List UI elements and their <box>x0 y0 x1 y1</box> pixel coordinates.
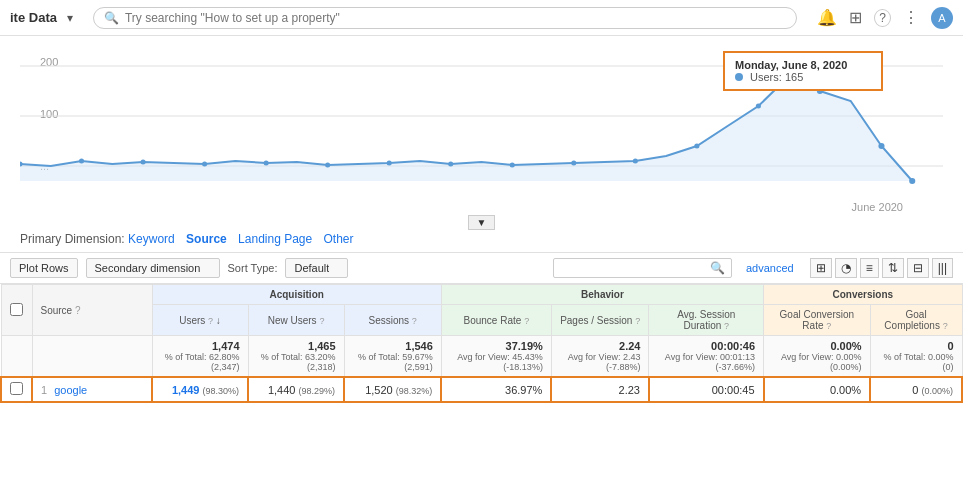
row-avg-session: 00:00:45 <box>649 377 764 402</box>
svg-point-14 <box>387 161 392 166</box>
svg-point-13 <box>325 163 330 168</box>
table-row: 1 google 1,449 (98.30%) 1,440 (98.29%) 1… <box>1 377 962 402</box>
page-title: ite Data <box>10 10 57 25</box>
users-col-header[interactable]: Users ? ↓ <box>152 305 248 336</box>
dim-keyword[interactable]: Keyword <box>128 232 175 246</box>
row-source-link[interactable]: google <box>54 384 87 396</box>
svg-marker-3 <box>20 76 943 181</box>
svg-point-11 <box>202 162 207 167</box>
more-icon[interactable]: ⋮ <box>903 8 919 27</box>
tooltip-number: 165 <box>785 71 803 83</box>
search-bar[interactable]: 🔍 <box>93 7 797 29</box>
search-input[interactable] <box>125 11 786 25</box>
pie-view-icon[interactable]: ◔ <box>835 258 857 278</box>
svg-point-9 <box>79 159 84 164</box>
totals-goal-conversion: 0.00% Avg for View: 0.00% (0.00%) <box>764 336 871 378</box>
custom-view-icon[interactable]: ||| <box>932 258 953 278</box>
table-search-icon[interactable]: 🔍 <box>710 261 725 275</box>
grid-view-icon[interactable]: ⊞ <box>810 258 832 278</box>
conversions-group-header: Conversions <box>764 285 962 305</box>
secondary-dimension-select[interactable]: Secondary dimension <box>86 258 220 278</box>
view-toggle-icons: ⊞ ◔ ≡ ⇅ ⊟ ||| <box>810 258 953 278</box>
help-icon-avg-session[interactable]: ? <box>724 321 729 331</box>
row-goal-conversion: 0.00% <box>764 377 871 402</box>
totals-goal-completions: 0 % of Total: 0.00% (0) <box>870 336 962 378</box>
totals-checkbox-cell <box>1 336 32 378</box>
help-icon-pages[interactable]: ? <box>635 316 640 326</box>
goal-completions-col-header[interactable]: Goal Completions ? <box>870 305 962 336</box>
table-search-input[interactable] <box>560 262 710 274</box>
help-icon-users[interactable]: ? <box>208 316 213 326</box>
svg-point-18 <box>633 159 638 164</box>
search-icon: 🔍 <box>104 11 119 25</box>
row-select-checkbox[interactable] <box>10 382 23 395</box>
behavior-group-header: Behavior <box>441 285 763 305</box>
totals-new-users: 1,465 % of Total: 63.20% (2,318) <box>248 336 344 378</box>
dim-landing-page[interactable]: Landing Page <box>238 232 312 246</box>
compare-view-icon[interactable]: ⇅ <box>882 258 904 278</box>
svg-point-20 <box>756 104 761 109</box>
sort-default-select[interactable]: Default <box>285 258 348 278</box>
header: ite Data ▾ 🔍 🔔 ⊞ ? ⋮ A <box>0 0 963 36</box>
primary-dimension-bar: Primary Dimension: Keyword Source Landin… <box>0 226 963 253</box>
source-header: Source ? <box>32 285 152 336</box>
acquisition-group-header: Acquisition <box>152 285 441 305</box>
sessions-col-header[interactable]: Sessions ? <box>344 305 441 336</box>
totals-bounce-rate: 37.19% Avg for View: 45.43% (-18.13%) <box>441 336 551 378</box>
dim-other-dropdown[interactable]: Other <box>324 232 354 246</box>
users-sort-arrow[interactable]: ↓ <box>216 315 221 326</box>
avatar[interactable]: A <box>931 7 953 29</box>
row-sessions: 1,520 (98.32%) <box>344 377 441 402</box>
row-users: 1,449 (98.30%) <box>152 377 248 402</box>
tooltip-date: Monday, June 8, 2020 <box>735 59 871 71</box>
chart-tooltip: Monday, June 8, 2020 Users: 165 <box>723 51 883 91</box>
primary-dim-label: Primary Dimension: <box>20 232 125 246</box>
data-table: Source ? Acquisition Behavior Conversion… <box>0 284 963 403</box>
list-view-icon[interactable]: ≡ <box>860 258 879 278</box>
title-dropdown[interactable]: ▾ <box>67 11 73 25</box>
grid-icon[interactable]: ⊞ <box>849 8 862 27</box>
help-icon-new-users[interactable]: ? <box>319 316 324 326</box>
new-users-col-header[interactable]: New Users ? <box>248 305 344 336</box>
notification-icon[interactable]: 🔔 <box>817 8 837 27</box>
pages-session-col-header[interactable]: Pages / Session ? <box>551 305 649 336</box>
row-checkbox[interactable] <box>1 377 32 402</box>
chart-collapse-btn[interactable]: ▼ <box>468 215 496 230</box>
row-num: 1 <box>41 384 47 396</box>
totals-pages-session: 2.24 Avg for View: 2.43 (-7.88%) <box>551 336 649 378</box>
help-icon-bounce[interactable]: ? <box>524 316 529 326</box>
plot-rows-button[interactable]: Plot Rows <box>10 258 78 278</box>
advanced-link[interactable]: advanced <box>746 262 794 274</box>
toolbar: Plot Rows Secondary dimension Sort Type:… <box>0 253 963 284</box>
pivot-view-icon[interactable]: ⊟ <box>907 258 929 278</box>
help-icon-goal-conv[interactable]: ? <box>826 321 831 331</box>
totals-users: 1,474 % of Total: 62.80% (2,347) <box>152 336 248 378</box>
svg-point-19 <box>694 144 699 149</box>
row-pages-session: 2.23 <box>551 377 649 402</box>
totals-label <box>32 336 152 378</box>
chart-area: 200 100 ... <box>0 36 963 226</box>
tooltip-metric: Users <box>750 71 779 83</box>
select-all-checkbox[interactable] <box>10 303 23 316</box>
totals-row: 1,474 % of Total: 62.80% (2,347) 1,465 %… <box>1 336 962 378</box>
avg-session-col-header[interactable]: Avg. Session Duration ? <box>649 305 764 336</box>
svg-point-12 <box>264 161 269 166</box>
svg-point-16 <box>510 163 515 168</box>
totals-avg-session: 00:00:46 Avg for View: 00:01:13 (-37.66%… <box>649 336 764 378</box>
row-goal-completions: 0 (0.00%) <box>870 377 962 402</box>
help-icon-goal-comp[interactable]: ? <box>943 321 948 331</box>
svg-point-7 <box>909 178 915 184</box>
table-search-box[interactable]: 🔍 <box>553 258 732 278</box>
select-all-checkbox-header[interactable] <box>1 285 32 336</box>
bounce-rate-col-header[interactable]: Bounce Rate ? <box>441 305 551 336</box>
data-table-wrapper: Source ? Acquisition Behavior Conversion… <box>0 284 963 403</box>
help-icon[interactable]: ? <box>874 9 891 27</box>
row-bounce-rate: 36.97% <box>441 377 551 402</box>
help-icon-source[interactable]: ? <box>75 305 81 316</box>
row-source-cell: 1 google <box>32 377 152 402</box>
dim-source[interactable]: Source <box>186 232 227 246</box>
chart-date-label: June 2020 <box>20 201 943 213</box>
help-icon-sessions[interactable]: ? <box>412 316 417 326</box>
row-new-users: 1,440 (98.29%) <box>248 377 344 402</box>
goal-conversion-col-header[interactable]: Goal Conversion Rate ? <box>764 305 871 336</box>
